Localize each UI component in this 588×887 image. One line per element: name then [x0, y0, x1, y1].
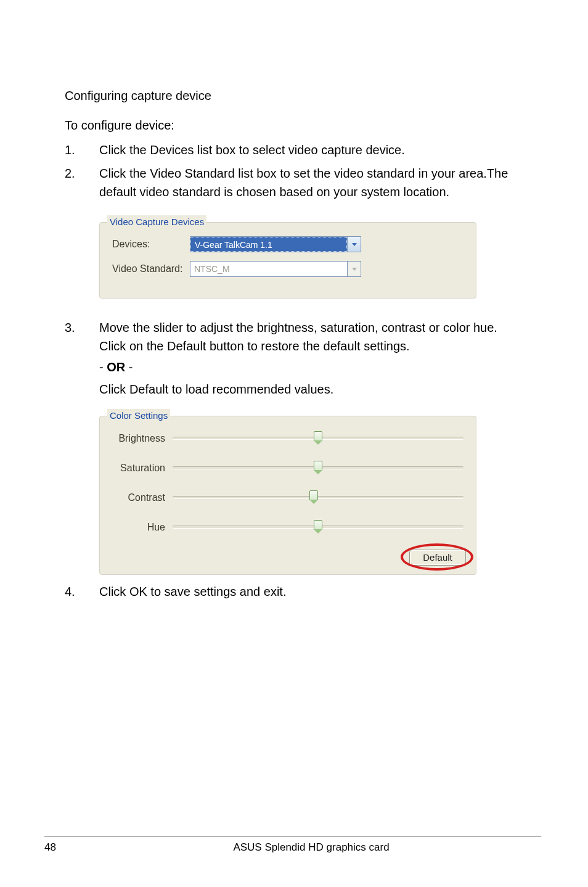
step-text: Click the Video Standard list box to set…: [99, 164, 523, 201]
hue-label: Hue: [106, 520, 173, 535]
groupbox-legend: Color Settings: [107, 409, 170, 423]
contrast-label: Contrast: [106, 490, 173, 505]
slider-thumb[interactable]: [314, 461, 322, 476]
step-number: 4.: [65, 582, 82, 601]
section-heading: Configuring capture device: [65, 86, 523, 105]
or-word: OR: [107, 360, 125, 374]
step-text: Click the Devices list box to select vid…: [99, 141, 523, 159]
footer-text: ASUS Splendid HD graphics card: [81, 841, 541, 854]
devices-row: Devices: V-Gear TalkCam 1.1: [112, 236, 476, 252]
brightness-row: Brightness: [106, 431, 463, 446]
step-3-main: Move the slider to adjust the brightness…: [99, 321, 497, 353]
step-number: 3.: [65, 318, 82, 398]
brightness-slider[interactable]: [173, 431, 463, 446]
page-footer: 48 ASUS Splendid HD graphics card: [44, 841, 541, 854]
intro-text: To configure device:: [65, 116, 523, 134]
video-standard-value: NTSC_M: [190, 262, 347, 276]
devices-combobox[interactable]: V-Gear TalkCam 1.1: [190, 236, 361, 252]
hue-row: Hue: [106, 520, 463, 535]
color-settings-groupbox: Color Settings Brightness Saturation: [99, 416, 476, 575]
slider-thumb[interactable]: [309, 490, 318, 505]
saturation-label: Saturation: [106, 461, 173, 476]
default-button-wrap: Default: [409, 550, 466, 566]
contrast-row: Contrast: [106, 490, 463, 505]
contrast-slider[interactable]: [173, 490, 463, 505]
or-prefix: -: [99, 360, 107, 374]
video-standard-dropdown-button[interactable]: [347, 262, 361, 276]
chevron-down-icon: [352, 268, 357, 271]
footer-divider: [44, 836, 541, 836]
devices-label: Devices:: [112, 237, 190, 252]
step-number: 1.: [65, 141, 82, 159]
video-standard-combobox[interactable]: NTSC_M: [190, 261, 361, 277]
default-button[interactable]: Default: [409, 550, 466, 566]
hue-slider[interactable]: [173, 520, 463, 535]
video-capture-groupbox: Video Capture Devices Devices: V-Gear Ta…: [99, 222, 476, 299]
page: Configuring capture device To configure …: [0, 0, 588, 887]
step-4: 4. Click OK to save settings and exit.: [65, 582, 523, 601]
video-standard-label: Video Standard:: [112, 262, 190, 276]
chevron-down-icon: [352, 243, 357, 246]
devices-value: V-Gear TalkCam 1.1: [190, 237, 347, 252]
step-3-alt: Click Default to load recommended values…: [99, 380, 523, 398]
or-line: - OR -: [99, 358, 523, 376]
step-3: 3. Move the slider to adjust the brightn…: [65, 318, 523, 398]
step-text: Click OK to save settings and exit.: [99, 582, 523, 601]
saturation-row: Saturation: [106, 461, 463, 476]
step-number: 2.: [65, 164, 82, 201]
step-1: 1. Click the Devices list box to select …: [65, 141, 523, 159]
page-number: 48: [44, 841, 81, 854]
groupbox-legend: Video Capture Devices: [107, 215, 206, 229]
video-standard-row: Video Standard: NTSC_M: [112, 261, 476, 277]
step-2: 2. Click the Video Standard list box to …: [65, 164, 523, 201]
brightness-label: Brightness: [106, 431, 173, 446]
slider-thumb[interactable]: [314, 520, 322, 535]
saturation-slider[interactable]: [173, 461, 463, 476]
step-text: Move the slider to adjust the brightness…: [99, 318, 523, 398]
slider-rail: [173, 496, 463, 499]
content: Configuring capture device To configure …: [65, 86, 523, 601]
devices-dropdown-button[interactable]: [347, 237, 361, 252]
or-suffix: -: [125, 360, 133, 374]
slider-thumb[interactable]: [314, 431, 322, 446]
